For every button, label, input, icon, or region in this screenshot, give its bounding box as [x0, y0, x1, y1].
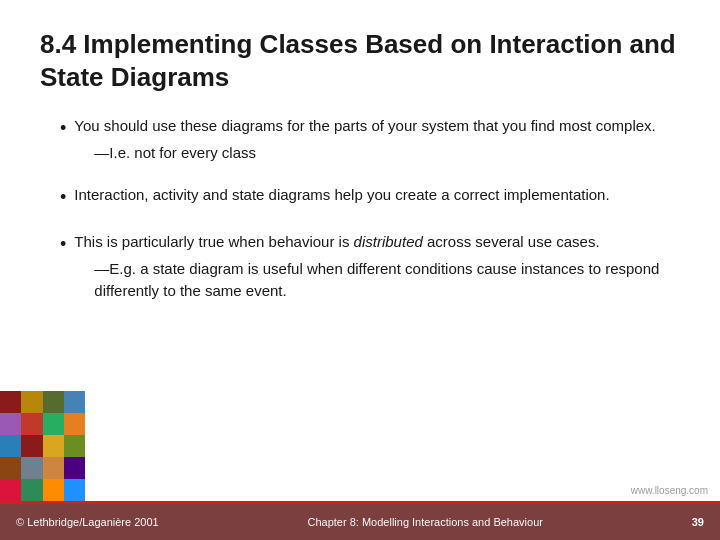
italic-text: distributed	[354, 233, 423, 250]
sub-bullet-3: —E.g. a state diagram is useful when dif…	[74, 258, 680, 303]
footer-left: © Lethbridge/Laganière 2001	[16, 516, 159, 528]
bullet-item-1: • You should use these diagrams for the …	[60, 115, 680, 164]
footer-center: Chapter 8: Modelling Interactions and Be…	[179, 516, 672, 528]
patchwork-decoration	[0, 391, 85, 501]
bullet-content-2: Interaction, activity and state diagrams…	[74, 184, 609, 207]
footer-right: 39	[692, 516, 704, 528]
footer: © Lethbridge/Laganière 2001 Chapter 8: M…	[0, 504, 720, 540]
bullet-item-2: • Interaction, activity and state diagra…	[60, 184, 680, 211]
sub-bullet-1: —I.e. not for every class	[74, 142, 655, 165]
bullet-dot-1: •	[60, 115, 66, 142]
bullet-content-1: You should use these diagrams for the pa…	[74, 115, 655, 164]
bullet-text-1: You should use these diagrams for the pa…	[74, 115, 655, 138]
bullet-text-3: This is particularly true when behaviour…	[74, 231, 680, 254]
content-area: • You should use these diagrams for the …	[40, 115, 680, 303]
slide-title: 8.4 Implementing Classes Based on Intera…	[40, 28, 680, 93]
bullet-item-3: • This is particularly true when behavio…	[60, 231, 680, 303]
bullet-text-2: Interaction, activity and state diagrams…	[74, 184, 609, 207]
title-text: 8.4 Implementing Classes Based on Intera…	[40, 29, 676, 92]
bullet-content-3: This is particularly true when behaviour…	[74, 231, 680, 303]
slide: 8.4 Implementing Classes Based on Intera…	[0, 0, 720, 540]
watermark: www.lloseng.com	[631, 485, 708, 496]
bullet-dot-3: •	[60, 231, 66, 258]
bullet-dot-2: •	[60, 184, 66, 211]
